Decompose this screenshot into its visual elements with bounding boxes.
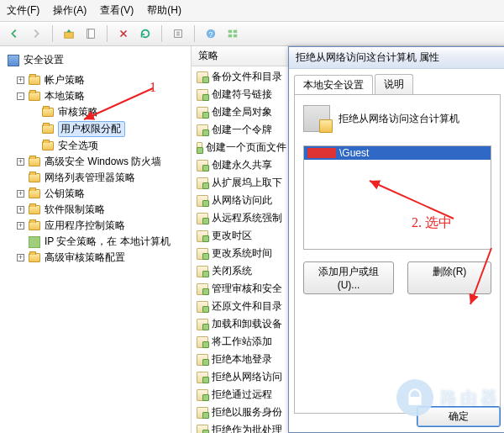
policy-item-label: 拒绝通过远程 <box>212 388 272 402</box>
nav-forward-button[interactable] <box>27 24 45 43</box>
policy-item[interactable]: 创建一个页面文件 <box>192 139 291 156</box>
policy-item-icon <box>197 389 208 401</box>
view-mode-button[interactable] <box>223 24 242 43</box>
policy-item[interactable]: 更改系统时间 <box>192 245 291 262</box>
expand-icon[interactable]: + <box>17 222 24 230</box>
policy-item-label: 创建一个令牌 <box>212 123 272 137</box>
tree-root-label: 安全设置 <box>24 53 64 67</box>
folder-icon <box>41 140 55 153</box>
policy-item[interactable]: 拒绝作为批处理 <box>192 421 291 433</box>
expand-icon[interactable]: + <box>17 190 24 198</box>
list-item[interactable]: \Guest <box>304 146 491 160</box>
policy-item-icon <box>197 283 208 295</box>
tree-node-security-options[interactable]: 安全选项 <box>29 138 189 154</box>
policy-item-label: 拒绝从网络访问 <box>212 370 282 384</box>
collapse-icon[interactable]: - <box>17 92 24 100</box>
policy-item[interactable]: 创建全局对象 <box>192 103 291 121</box>
menu-action[interactable]: 操作(A) <box>53 3 87 18</box>
tree-node-advaudit[interactable]: + 高级审核策略配置 <box>15 250 189 266</box>
dialog-button-row: 添加用户或组(U)... 删除(R) <box>303 261 491 294</box>
policy-item[interactable]: 备份文件和目录 <box>192 68 291 86</box>
policy-item[interactable]: 更改时区 <box>192 227 291 245</box>
policy-item[interactable]: 从网络访问此 <box>192 192 291 209</box>
policy-item[interactable]: 创建符号链接 <box>192 86 291 103</box>
policy-item-label: 管理审核和安全 <box>212 282 282 296</box>
policy-item[interactable]: 将工作站添加 <box>192 333 291 351</box>
tree-label: 公钥策略 <box>45 187 85 201</box>
tree-label: 安全选项 <box>58 139 98 153</box>
policy-item[interactable]: 关闭系统 <box>192 262 291 280</box>
tree-node-firewall[interactable]: + 高级安全 Windows 防火墙 <box>15 154 189 170</box>
policy-item-icon <box>197 248 208 260</box>
delete-button[interactable] <box>114 24 133 43</box>
expand-icon[interactable]: + <box>17 206 24 214</box>
tree-node-netlist[interactable]: 网络列表管理器策略 <box>15 170 189 186</box>
policy-item-label: 更改时区 <box>212 229 252 243</box>
svg-rect-14 <box>408 397 421 405</box>
svg-rect-6 <box>228 30 232 34</box>
policy-item-icon <box>197 407 208 419</box>
policy-item-label: 备份文件和目录 <box>212 70 282 84</box>
tab-local-security[interactable]: 本地安全设置 <box>294 75 373 95</box>
policy-item[interactable]: 从远程系统强制 <box>192 209 291 227</box>
policy-column-header[interactable]: 策略 <box>192 46 291 66</box>
tree-node-swrestrict[interactable]: + 软件限制策略 <box>15 202 189 218</box>
menu-view[interactable]: 查看(V) <box>100 3 134 18</box>
policy-item[interactable]: 拒绝从网络访问 <box>192 368 291 386</box>
policy-item[interactable]: 拒绝通过远程 <box>192 386 291 404</box>
policy-item-icon <box>197 195 208 207</box>
refresh-button[interactable] <box>136 24 155 43</box>
toolbar-separator <box>52 25 53 42</box>
dialog-titlebar[interactable]: 拒绝从网络访问这台计算机 属性 <box>289 47 504 69</box>
tree-label: 应用程序控制策略 <box>45 219 125 233</box>
watermark-logo-icon <box>396 379 433 416</box>
tree-node-ipsec[interactable]: IP 安全策略，在 本地计算机 <box>15 234 189 250</box>
tree-node-user-rights[interactable]: 用户权限分配 <box>29 120 189 138</box>
tree-root[interactable]: 安全设置 <box>2 51 189 72</box>
policy-item-icon <box>197 301 208 313</box>
policy-item-label: 创建全局对象 <box>212 105 272 119</box>
policy-item-label: 从远程系统强制 <box>212 211 282 225</box>
ipsec-icon <box>28 235 41 249</box>
expand-icon[interactable]: + <box>17 254 24 261</box>
folder-icon <box>41 123 55 136</box>
users-listbox[interactable]: \Guest <box>303 145 491 250</box>
policy-item[interactable]: 拒绝以服务身份 <box>192 404 291 421</box>
menu-help[interactable]: 帮助(H) <box>147 3 181 18</box>
policy-item[interactable]: 创建永久共享 <box>192 156 291 174</box>
folder-icon <box>28 187 41 201</box>
policy-item[interactable]: 创建一个令牌 <box>192 121 291 139</box>
menu-file[interactable]: 文件(F) <box>7 3 39 18</box>
policy-item-icon <box>197 425 208 434</box>
properties-dialog: 拒绝从网络访问这台计算机 属性 本地安全设置 说明 拒绝从网络访问这台计算机 \… <box>288 46 504 433</box>
remove-button[interactable]: 删除(R) <box>407 261 491 294</box>
policy-item-icon <box>197 266 208 277</box>
up-button[interactable] <box>60 24 78 43</box>
tree-node-account-policy[interactable]: + 帐户策略 <box>15 72 189 88</box>
add-user-group-button[interactable]: 添加用户或组(U)... <box>303 261 394 294</box>
policy-item[interactable]: 加载和卸载设备 <box>192 315 291 333</box>
nav-back-button[interactable] <box>5 24 24 43</box>
expand-icon[interactable]: + <box>17 77 24 84</box>
policy-item[interactable]: 拒绝本地登录 <box>192 351 291 368</box>
help-button[interactable]: ? <box>202 24 220 43</box>
dialog-title: 拒绝从网络访问这台计算机 属性 <box>296 50 439 65</box>
tree-node-audit-policy[interactable]: 审核策略 <box>29 104 189 120</box>
policy-item-label: 关闭系统 <box>212 264 252 278</box>
expand-icon[interactable]: + <box>17 158 24 166</box>
tree-node-appctrl[interactable]: + 应用程序控制策略 <box>15 218 189 234</box>
properties-button[interactable] <box>81 24 100 43</box>
policy-item[interactable]: 还原文件和目录 <box>192 298 291 315</box>
policy-item[interactable]: 从扩展坞上取下 <box>192 174 291 192</box>
tree-node-local-policy[interactable]: - 本地策略 <box>15 88 189 104</box>
tab-explain[interactable]: 说明 <box>375 74 413 94</box>
tree-label: 高级审核策略配置 <box>45 251 125 265</box>
tree-node-pubkey[interactable]: + 公钥策略 <box>15 186 189 202</box>
menubar: 文件(F) 操作(A) 查看(V) 帮助(H) <box>0 0 504 22</box>
tree-label: IP 安全策略，在 本地计算机 <box>45 235 171 249</box>
folder-icon <box>28 251 41 265</box>
toolbar-separator <box>194 25 195 42</box>
export-button[interactable] <box>169 24 187 43</box>
policy-item[interactable]: 管理审核和安全 <box>192 280 291 298</box>
policy-item-label: 创建永久共享 <box>212 158 272 172</box>
